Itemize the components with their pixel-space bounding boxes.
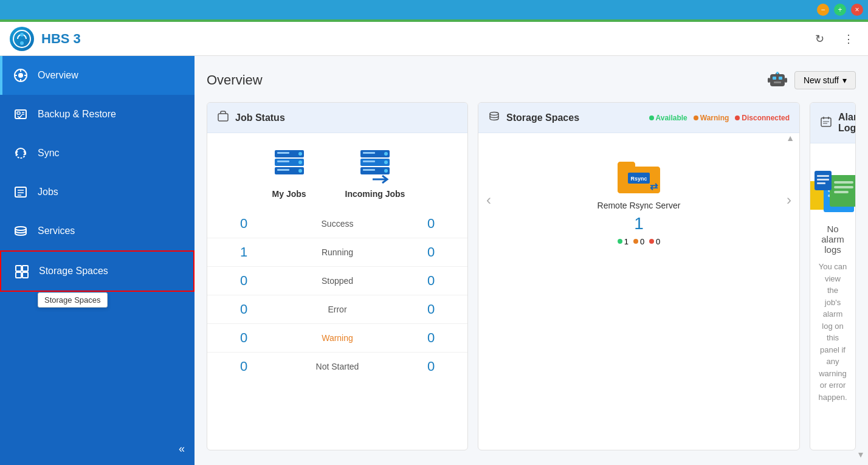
job-row-success: 0 Success 0	[207, 210, 467, 238]
alarm-content: No alarm logs You can view the job's ala…	[810, 143, 855, 421]
job-row-warning: 0 Warning 0	[207, 324, 467, 353]
svg-rect-62	[834, 191, 849, 193]
jobs-icon	[12, 184, 29, 201]
tooltip-storage-spaces: Storage Spaces	[38, 292, 108, 308]
svg-point-13	[15, 227, 26, 230]
new-stuff-chevron-icon: ▾	[842, 75, 847, 85]
app-header: HBS 3 ↻ ⋮	[0, 22, 868, 56]
status-available-dot	[618, 239, 622, 244]
svg-point-40	[384, 160, 388, 164]
svg-rect-26	[218, 114, 228, 121]
error-label: Error	[268, 305, 407, 314]
refresh-button[interactable]: ↻	[810, 29, 829, 49]
sidebar-label-storage-spaces: Storage Spaces	[39, 266, 108, 277]
rsync-folder-icon: Rsync ⇄	[615, 154, 663, 197]
status-warning-count: 0	[640, 237, 644, 246]
menu-button[interactable]: ⋮	[839, 29, 858, 49]
job-row-error: 0 Error 0	[207, 295, 467, 324]
job-row-not-started: 0 Not Started 0	[207, 353, 467, 381]
svg-rect-20	[779, 77, 782, 80]
sync-icon	[12, 145, 29, 162]
status-available-count: 1	[624, 237, 629, 246]
sidebar-label-overview: Overview	[38, 70, 78, 81]
svg-point-1	[20, 33, 24, 36]
sidebar-item-services[interactable]: Services	[0, 212, 195, 250]
success-my-count: 0	[219, 216, 268, 232]
svg-rect-66	[817, 182, 825, 184]
close-button[interactable]: ×	[851, 4, 863, 16]
overview-icon	[12, 67, 29, 84]
svg-point-23	[776, 72, 779, 74]
briefcase-icon	[217, 110, 229, 125]
job-status-header: Job Status	[207, 103, 467, 133]
storage-content: ‹ Rsync	[478, 133, 799, 267]
alarm-illustration	[810, 162, 856, 216]
sidebar-collapse-button[interactable]: «	[179, 443, 185, 455]
incoming-jobs-server-icon	[356, 145, 394, 184]
title-bar: − + ×	[0, 0, 868, 19]
available-dot	[649, 115, 654, 120]
disconnected-label: Disconnected	[742, 114, 790, 122]
svg-rect-6	[17, 112, 20, 114]
page-title: Overview	[207, 72, 263, 88]
status-warning-item: 0	[633, 237, 644, 246]
storage-spaces-card-icon	[488, 110, 500, 125]
alarm-log-card: Alarm Log Clear All	[810, 102, 856, 450]
warning-my-count: 0	[219, 330, 268, 346]
running-my-count: 1	[219, 244, 268, 260]
app-logo	[10, 27, 34, 51]
svg-rect-24	[768, 78, 770, 83]
stopped-my-count: 0	[219, 273, 268, 289]
svg-rect-43	[363, 160, 375, 162]
svg-rect-33	[277, 152, 289, 154]
sidebar-item-backup-restore[interactable]: Backup & Restore	[0, 95, 195, 134]
job-row-running: 1 Running 0	[207, 238, 467, 267]
svg-text:⇄: ⇄	[650, 181, 658, 191]
storage-spaces-header: Storage Spaces Available Warning Disc	[478, 103, 799, 133]
no-alarm-text: No alarm logs	[821, 224, 844, 255]
svg-text:Rsync: Rsync	[630, 176, 647, 182]
svg-rect-19	[773, 77, 776, 80]
maximize-button[interactable]: +	[834, 4, 846, 16]
sidebar-item-storage-spaces[interactable]: Storage Spaces Storage Spaces	[0, 250, 195, 292]
not-started-incoming-count: 0	[407, 359, 455, 374]
svg-point-39	[384, 152, 388, 156]
svg-rect-35	[277, 169, 289, 171]
my-jobs-label: My Jobs	[272, 189, 306, 199]
running-incoming-count: 0	[407, 244, 455, 260]
storage-server-name: Remote Rsync Server	[598, 201, 681, 210]
warning-label: Warning	[268, 333, 407, 343]
alarm-log-icon	[820, 115, 832, 131]
svg-rect-44	[363, 169, 375, 171]
stopped-incoming-count: 0	[407, 273, 455, 289]
sidebar-item-jobs[interactable]: Jobs	[0, 173, 195, 212]
storage-status-dots: 1 0 0	[618, 237, 661, 246]
svg-rect-14	[16, 266, 21, 271]
available-label: Available	[656, 114, 687, 122]
new-stuff-label: New stuff	[804, 75, 839, 85]
svg-rect-18	[770, 74, 785, 86]
main-layout: Overview Backup & Restore	[0, 56, 868, 465]
storage-server-count: 1	[634, 214, 644, 233]
sidebar-label-services: Services	[38, 226, 75, 236]
svg-rect-16	[16, 272, 21, 278]
minimize-button[interactable]: −	[817, 4, 829, 16]
job-icons-row: My Jobs	[207, 133, 467, 205]
sidebar-collapse-area: «	[0, 433, 195, 465]
sidebar: Overview Backup & Restore	[0, 56, 195, 465]
svg-rect-21	[774, 81, 781, 83]
svg-rect-25	[785, 78, 787, 83]
job-status-title: Job Status	[235, 112, 285, 123]
svg-point-2	[20, 41, 24, 45]
success-incoming-count: 0	[407, 216, 455, 232]
disconnected-dot	[735, 115, 740, 120]
storage-nav-right-button[interactable]: ›	[782, 187, 796, 213]
storage-spaces-icon	[13, 263, 30, 280]
svg-rect-17	[22, 272, 28, 278]
header-actions: ↻ ⋮	[810, 29, 858, 49]
cards-row: Job Status	[207, 102, 856, 450]
sidebar-item-overview[interactable]: Overview	[0, 56, 195, 95]
sidebar-item-sync[interactable]: Sync	[0, 134, 195, 173]
new-stuff-button[interactable]: New stuff ▾	[794, 71, 856, 89]
storage-nav-left-button[interactable]: ‹	[481, 187, 496, 213]
